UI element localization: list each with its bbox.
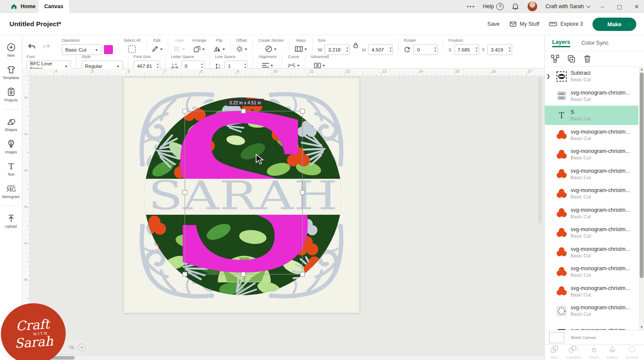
color-swatch[interactable]	[104, 45, 113, 54]
layer-operation: Basic Cut	[571, 272, 630, 278]
tab-home-label: Home	[21, 3, 36, 9]
user-menu[interactable]: Craft with Sarah	[545, 3, 590, 9]
canvas-area[interactable]: 4567891011121314151617 345678	[22, 69, 544, 360]
lock-icon[interactable]	[353, 42, 358, 49]
rotate-input[interactable]: 0▴▾	[413, 44, 437, 55]
layer-name: svg-monogram-christm...	[571, 305, 630, 311]
layers-scrollbar[interactable]: ▲ ▼	[639, 67, 644, 330]
layer-row[interactable]: svg-monogram-christm...Basic Cut	[545, 165, 638, 184]
zoom-in-button[interactable]: +	[78, 343, 86, 351]
combine-button[interactable]: ▾Combine	[566, 345, 581, 360]
explore-machine-button[interactable]: Explore 3	[549, 20, 583, 28]
sidebar-item-monogram[interactable]: MG Monogram	[0, 184, 22, 199]
bell-icon[interactable]	[511, 3, 519, 11]
sidebar-item-new[interactable]: New	[0, 43, 22, 58]
sidebar-label: Templates	[3, 76, 19, 80]
ruler-number: 7	[164, 69, 166, 73]
attach-button[interactable]: Attach	[589, 345, 599, 360]
dropdown-arrow-icon	[297, 65, 300, 67]
stepper-icon[interactable]: ▴▾	[244, 62, 246, 69]
sidebar-item-shapes[interactable]: Shapes	[0, 117, 22, 132]
scrollbar-thumb[interactable]	[640, 73, 644, 278]
sidebar-item-text[interactable]: T Text	[0, 162, 22, 177]
create-sticker-button[interactable]: Create Sticker	[258, 38, 284, 54]
font-label: Font	[27, 54, 35, 59]
expand-chevron-icon[interactable]: ❯	[545, 73, 552, 79]
layer-row[interactable]: TSBasic Cut	[545, 106, 638, 125]
sidebar-item-projects[interactable]: Projects	[0, 87, 22, 102]
curve-button[interactable]: Curve AB	[287, 54, 300, 70]
layer-row[interactable]: svg-monogram-christm...Basic Cut	[545, 243, 638, 262]
offset-button[interactable]: Offset	[236, 38, 247, 54]
scroll-up-icon[interactable]: ▲	[639, 67, 644, 71]
slice-button[interactable]: Slice	[550, 345, 559, 360]
operation-dropdown[interactable]: Basic Cut	[62, 44, 101, 55]
save-button[interactable]: Save	[487, 21, 500, 27]
sidebar-item-images[interactable]: Images	[0, 139, 22, 154]
warp-button[interactable]: Warp	[295, 38, 307, 54]
redo-icon[interactable]	[42, 43, 51, 51]
layer-row[interactable]: svg-monogram-christm...Basic Cut	[545, 204, 638, 223]
close-button[interactable]: ✕	[632, 3, 641, 10]
stepper-icon[interactable]: ▴▾	[476, 46, 477, 53]
make-button[interactable]: Make	[592, 18, 636, 31]
ruler-number: 4	[24, 131, 28, 137]
layer-row[interactable]: svg-monogram-christm...Basic Cut	[545, 223, 638, 242]
layer-row[interactable]: svg-monogram-christm...Basic Cut	[545, 145, 638, 164]
alignment-button[interactable]: Alignment	[258, 54, 276, 70]
arrange-button[interactable]: Arrange	[192, 38, 207, 54]
help-button[interactable]: Help ?	[483, 3, 504, 10]
canvas-vertical-scrollbar[interactable]	[538, 77, 542, 223]
tab-color-sync[interactable]: Color Sync	[581, 40, 609, 47]
layer-row[interactable]: svg-monogram-christm...Basic Cut	[545, 125, 638, 145]
stepper-icon[interactable]: ▴▾	[509, 46, 511, 53]
layer-row[interactable]: svg-monogram-christm...Basic Cut	[545, 184, 638, 203]
stepper-icon[interactable]: ▴▾	[434, 46, 436, 53]
layer-row[interactable]: ❯SubtractBasic Cut	[545, 67, 638, 86]
layer-row[interactable]: svg-monogram-christm...Basic Cut	[545, 262, 638, 281]
rotate-icon[interactable]	[404, 46, 411, 53]
width-value: 3.218	[328, 47, 340, 52]
sidebar-item-templates[interactable]: Templates	[0, 65, 22, 80]
flatten-button[interactable]: Flatten	[607, 345, 618, 360]
group-layers-icon[interactable]	[551, 55, 559, 63]
select-all-button[interactable]: Select All	[124, 38, 140, 54]
undo-icon[interactable]	[27, 43, 36, 51]
monogram-name-text[interactable]: SARAH	[148, 173, 337, 219]
duplicate-icon[interactable]	[567, 55, 576, 63]
layer-row[interactable]: svg-monogram-christm...Basic Cut	[545, 301, 638, 320]
overflow-menu[interactable]: •••	[467, 3, 475, 10]
layer-row[interactable]: svg-monogram-christm...Basic Cut	[545, 282, 638, 301]
sidebar-item-upload[interactable]: Upload	[0, 214, 22, 229]
edit-button[interactable]: Edit	[151, 38, 163, 54]
stepper-icon[interactable]: ▴▾	[157, 62, 158, 69]
height-input[interactable]: 4.507▴▾	[368, 44, 393, 55]
my-stuff-button[interactable]: My Stuff	[509, 20, 540, 28]
tab-layers[interactable]: Layers	[552, 39, 570, 47]
stepper-icon[interactable]: ▴▾	[390, 46, 392, 53]
stepper-icon[interactable]: ▴▾	[201, 62, 203, 69]
width-input[interactable]: 3.218▴▾	[325, 44, 349, 55]
layer-row[interactable]: svg-monogram-christm...Basic Cut	[545, 86, 638, 106]
minimize-button[interactable]: –	[598, 3, 607, 10]
position-x-input[interactable]: 7.685▴▾	[454, 44, 479, 55]
maximize-button[interactable]: ▢	[615, 3, 624, 10]
position-y-input[interactable]: 3.419▴▾	[487, 44, 512, 55]
layer-row[interactable]: svg-monogram-christm	[545, 321, 638, 330]
layer-operation: Basic Cut	[571, 174, 630, 180]
canvas-horizontal-scrollbar[interactable]	[30, 355, 544, 360]
blank-canvas-row[interactable]: Blank Canvas	[545, 330, 644, 345]
stepper-icon[interactable]: ▴▾	[346, 46, 348, 53]
tab-canvas[interactable]: Canvas	[38, 0, 70, 13]
scroll-down-icon[interactable]: ▼	[639, 325, 644, 329]
layer-name: svg-monogram-christm...	[571, 148, 630, 155]
monogram-design: S SARAH	[124, 78, 359, 313]
user-avatar[interactable]	[527, 1, 538, 12]
tab-home[interactable]: Home	[4, 0, 42, 13]
advanced-button[interactable]: Advanced	[310, 54, 328, 70]
artboard[interactable]: S SARAH	[123, 77, 360, 313]
contour-button[interactable]: Contour	[626, 345, 639, 360]
trash-icon[interactable]	[583, 55, 591, 63]
flip-button[interactable]: Flip	[213, 38, 225, 54]
blank-canvas-thumbnail[interactable]	[549, 332, 564, 343]
